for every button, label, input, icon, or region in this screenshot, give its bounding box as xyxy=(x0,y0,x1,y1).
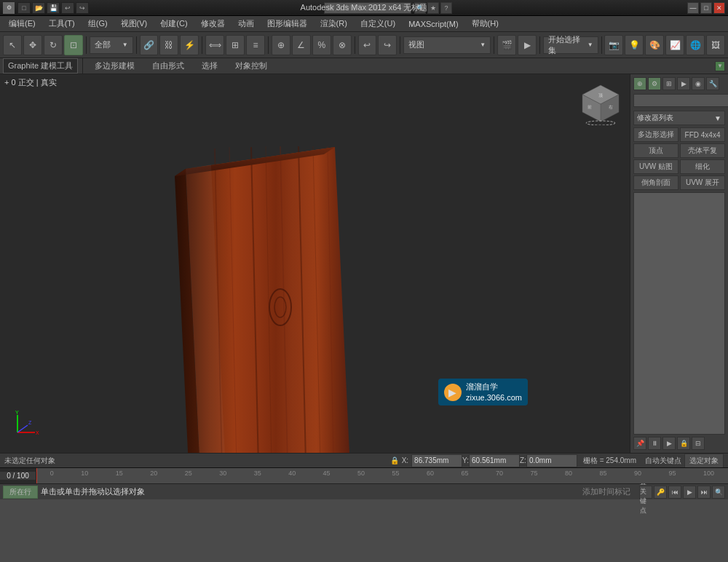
scale-tool[interactable]: ⊡ xyxy=(64,35,83,55)
rp-hier[interactable]: ⊞ xyxy=(662,77,676,90)
mod-uvw[interactable]: UVW 贴图 xyxy=(633,159,678,174)
rp-modify[interactable]: ⚙ xyxy=(648,77,661,90)
view-dropdown[interactable]: 视图 ▼ xyxy=(403,36,491,54)
env-btn[interactable]: 🌐 xyxy=(686,35,705,55)
graphite-label[interactable]: Graphite 建模工具 xyxy=(3,58,78,74)
select-tool[interactable]: ↖ xyxy=(3,35,22,55)
mod-vertex[interactable]: 顶点 xyxy=(633,143,678,158)
menu-customize[interactable]: 自定义(U) xyxy=(355,17,401,31)
coord-y[interactable]: 60.561mm xyxy=(469,454,520,467)
unlink-tool[interactable]: ⛓ xyxy=(159,35,178,55)
menu-view[interactable]: 视图(V) xyxy=(115,17,154,31)
rp-pin[interactable]: 📌 xyxy=(633,437,646,450)
redo-btn[interactable]: ↪ xyxy=(378,35,397,55)
menu-help[interactable]: 帮助(H) xyxy=(466,17,505,31)
undo-icon[interactable]: ↩ xyxy=(61,2,74,14)
maximize-button[interactable]: □ xyxy=(700,2,712,14)
filter-btn[interactable]: 选定对象 xyxy=(684,454,724,468)
close-button[interactable]: ✕ xyxy=(713,2,725,14)
graphite-tab-freeform[interactable]: 自由形式 xyxy=(145,59,191,73)
menu-group[interactable]: 组(G) xyxy=(82,17,114,31)
rp-create[interactable]: ⊕ xyxy=(633,77,646,90)
titlebar: ⚙ □ 📂 💾 ↩ ↪ Autodesk 3ds Max 2012 x64 无标… xyxy=(0,0,728,16)
graphite-tab-select[interactable]: 选择 xyxy=(194,59,225,73)
set-key-btn[interactable]: 设置关键点 xyxy=(639,486,652,499)
snap-dropdown[interactable]: 开始选择集 ▼ xyxy=(543,36,598,54)
redo-icon[interactable]: ↪ xyxy=(76,2,89,14)
render-out[interactable]: 🖼 xyxy=(706,35,725,55)
rp-lock[interactable]: 🔒 xyxy=(677,437,690,450)
camera-btn[interactable]: 📷 xyxy=(604,35,623,55)
coord-z[interactable]: 0.0mm xyxy=(526,454,577,467)
menu-animation[interactable]: 动画 xyxy=(232,17,260,31)
prev-frame[interactable]: ⏮ xyxy=(668,486,681,499)
titlebar-left: ⚙ □ 📂 💾 ↩ ↪ xyxy=(3,2,89,14)
sep3 xyxy=(202,36,202,54)
open-icon[interactable]: 📂 xyxy=(32,2,45,14)
align-tool[interactable]: ≡ xyxy=(246,35,265,55)
array-tool[interactable]: ⊞ xyxy=(226,35,245,55)
location-btn[interactable]: 所在行 xyxy=(3,486,38,499)
material-btn[interactable]: 🎨 xyxy=(645,35,664,55)
graphite-tab-object[interactable]: 对象控制 xyxy=(228,59,274,73)
axis-indicator: X Y Z xyxy=(12,409,41,438)
bind-tool[interactable]: ⚡ xyxy=(180,35,199,55)
percent-snap[interactable]: % xyxy=(312,35,331,55)
sep1 xyxy=(86,36,87,54)
menu-tools[interactable]: 工具(T) xyxy=(43,17,81,31)
spinner-snap[interactable]: ⊗ xyxy=(333,35,352,55)
rp-stack[interactable]: ⊟ xyxy=(692,437,705,450)
timeline-bar[interactable]: 0 10 15 20 25 30 35 40 45 50 55 60 65 70… xyxy=(36,468,728,483)
graphite-options[interactable]: ▼ xyxy=(715,61,725,71)
zoom-time[interactable]: 🔍 xyxy=(712,486,725,499)
menu-create[interactable]: 创建(C) xyxy=(154,17,193,31)
link-tool[interactable]: 🔗 xyxy=(140,35,159,55)
mod-shell[interactable]: 壳体平复 xyxy=(680,143,725,158)
move-tool[interactable]: ✥ xyxy=(23,35,42,55)
render-btn[interactable]: ▶ xyxy=(518,35,537,55)
viewport[interactable]: + 0 正交 | 真实 顶 右 前 xyxy=(0,74,630,453)
nav-cube[interactable]: 顶 右 前 xyxy=(579,82,622,125)
save-icon[interactable]: 💾 xyxy=(47,2,60,14)
menu-graph-editor[interactable]: 图形编辑器 xyxy=(261,17,313,31)
next-frame[interactable]: ⏭ xyxy=(697,486,711,499)
play-btn[interactable]: ▶ xyxy=(683,486,696,499)
rp-motion[interactable]: ▶ xyxy=(677,77,690,90)
menu-render[interactable]: 渲染(R) xyxy=(314,17,353,31)
sep6 xyxy=(400,36,400,54)
nav-cube-svg: 顶 右 前 xyxy=(579,82,622,125)
coord-x[interactable]: 86.735mm xyxy=(411,454,462,467)
key-filter-btn[interactable]: 🔑 xyxy=(654,486,667,499)
curves-btn[interactable]: 📈 xyxy=(665,35,684,55)
rp-play[interactable]: ▶ xyxy=(662,437,676,450)
wood-panel-svg xyxy=(153,132,379,453)
snap-toggle[interactable]: ⊕ xyxy=(272,35,290,55)
menu-edit[interactable]: 编辑(E) xyxy=(3,17,41,31)
rp-search[interactable] xyxy=(633,94,728,107)
svg-text:顶: 顶 xyxy=(598,93,603,98)
mod-unwrap[interactable]: UVW 展开 xyxy=(680,175,725,190)
undo-btn[interactable]: ↩ xyxy=(358,35,377,55)
rotate-tool[interactable]: ↻ xyxy=(44,35,63,55)
rp-utils[interactable]: 🔧 xyxy=(706,77,719,90)
light-btn[interactable]: 💡 xyxy=(625,35,644,55)
angle-snap[interactable]: ∠ xyxy=(292,35,311,55)
mod-tessellate[interactable]: 细化 xyxy=(680,159,725,174)
mirror-tool[interactable]: ⟺ xyxy=(205,35,224,55)
minimize-button[interactable]: — xyxy=(687,2,699,14)
selection-dropdown[interactable]: 全部 ▼ xyxy=(90,36,133,54)
rp-display[interactable]: ◉ xyxy=(692,77,705,90)
menu-maxscript[interactable]: MAXScript(M) xyxy=(403,18,464,30)
modifier-dropdown[interactable]: 修改器列表 ▼ xyxy=(633,111,725,125)
rp-pause[interactable]: ⏸ xyxy=(648,437,661,450)
new-icon[interactable]: □ xyxy=(17,2,31,14)
star-icon[interactable]: ★ xyxy=(427,2,439,14)
mod-ffd[interactable]: FFD 4x4x4 xyxy=(680,127,725,142)
graphite-tab-polygon[interactable]: 多边形建模 xyxy=(87,59,142,73)
mod-poly[interactable]: 多边形选择 xyxy=(633,127,678,142)
render-setup[interactable]: 🎬 xyxy=(497,35,516,55)
viewport-label: + 0 正交 | 真实 xyxy=(4,77,57,88)
help-icon[interactable]: ? xyxy=(440,2,452,14)
mod-bevel[interactable]: 倒角剖面 xyxy=(633,175,678,190)
menu-modifier[interactable]: 修改器 xyxy=(195,17,231,31)
